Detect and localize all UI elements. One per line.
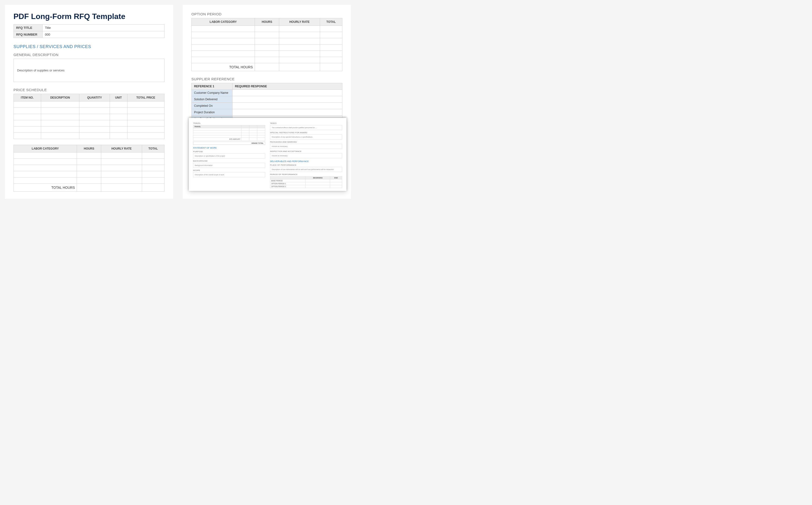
table-row[interactable] [192,57,343,63]
section-option-period: OPTION PERIOD [191,12,343,16]
labor-header-hours: HOURS [77,145,101,152]
period-header: PERIOD OF PERFORMANCE [270,173,342,176]
ref-row-value[interactable] [232,109,343,116]
sow-header: STATEMENT OF WORK [193,147,265,149]
labor-header-cat: LABOR CATEGORY [14,145,77,152]
ref-header-1: REFERENCE 1 [192,83,232,90]
general-desc-box[interactable]: Description of supplies or services [13,59,165,82]
inspection-header: INSPECTION AND ACCEPTANCE [270,150,342,152]
inspection-box: Include as necessary [270,153,342,158]
period-beginning: BEGINNING [306,176,330,179]
rfq-number-label: RFQ NUMBER [14,31,42,38]
price-header-total: TOTAL PRICE [127,94,165,102]
labor-header-rate: HOURLY RATE [101,145,142,152]
table-row [193,131,265,133]
overlay-preview: TRAVEL TRAVEL NTE AMOUNT GRAND TOTAL STA… [189,118,347,191]
table-row[interactable] [192,38,343,44]
table-row[interactable] [192,32,343,38]
ref-header-2: REQUIRED RESPONSE [232,83,343,90]
reference-table: REFERENCE 1 REQUIRED RESPONSE Customer C… [191,83,343,122]
special-header: SPECIAL INSTRUCTIONS FOR AWARD [270,132,342,134]
total-hours-label: TOTAL HOURS [192,63,255,71]
table-row[interactable] [14,171,165,177]
background-header: BACKGROUND [193,160,265,162]
table-row[interactable] [192,26,343,32]
ref-row-label: Completed On [192,103,232,109]
ref-row-label: Customer Company Name [192,90,232,96]
period-row: OPTION PERIOD 2 [270,185,306,188]
table-row[interactable] [14,127,165,133]
travel-table: TRAVEL NTE AMOUNT [193,125,265,141]
travel-header: TRAVEL [193,122,265,124]
tasks-box: The contractor/offeror shall provide qua… [270,125,342,130]
period-row: OPTION PERIOD 1 [270,182,306,185]
labor-header-hours: HOURS [255,18,279,26]
document-canvas: PDF Long-Form RFQ Template RFQ TITLE Tit… [5,5,807,199]
period-row: BASE PERIOD [270,179,306,182]
section-supplies: SUPPLIES / SERVICES AND PRICES [13,44,165,49]
tasks-header: TASKS [270,122,342,124]
table-row[interactable] [14,177,165,184]
packaging-header: PACKAGING AND MARKING [270,141,342,143]
rfq-title-value[interactable]: Title [42,24,165,31]
table-row[interactable] [14,114,165,120]
travel-col: TRAVEL [193,125,241,128]
total-hours-row: TOTAL HOURS [192,63,343,71]
place-header: PLACE OF PERFORMANCE [270,164,342,166]
place-box: Description of how deliverables will be … [270,167,342,172]
page-1: PDF Long-Form RFQ Template RFQ TITLE Tit… [5,5,173,199]
period-table: BEGINNING END BASE PERIOD OPTION PERIOD … [270,176,342,188]
ref-row-value[interactable] [232,96,343,103]
table-row[interactable] [192,44,343,51]
deliverables-header: DELIVERABLES AND PERFORMANCE [270,160,342,163]
ref-row-label: Project Duration [192,109,232,116]
special-box: Description of any special instructions … [270,134,342,140]
table-row[interactable] [192,51,343,57]
option-labor-table: LABOR CATEGORY HOURS HOURLY RATE TOTAL T… [191,18,343,71]
ref-row-value[interactable] [232,103,343,109]
price-header-desc: DESCRIPTION [41,94,79,102]
total-hours-row: TOTAL HOURS [14,184,165,192]
meta-table: RFQ TITLE Title RFQ NUMBER 000 [13,24,165,38]
price-header-item: ITEM NO. [14,94,41,102]
thumb-left: TRAVEL TRAVEL NTE AMOUNT GRAND TOTAL STA… [193,121,265,188]
price-header-unit: UNIT [110,94,127,102]
labor-table: LABOR CATEGORY HOURS HOURLY RATE TOTAL T… [13,145,165,192]
packaging-box: Include as necessary [270,144,342,149]
table-row[interactable] [14,159,165,165]
table-row[interactable] [14,108,165,114]
table-row[interactable] [14,133,165,139]
table-row[interactable] [14,102,165,108]
labor-header-total: TOTAL [320,18,342,26]
section-general-desc: GENERAL DESCRIPTION [13,53,165,57]
price-schedule-table: ITEM NO. DESCRIPTION QUANTITY UNIT TOTAL… [13,94,165,139]
section-supplier-ref: SUPPLIER REFERENCE [191,77,343,81]
rfq-title-label: RFQ TITLE [14,24,42,31]
labor-header-total: TOTAL [142,145,164,152]
purpose-header: PURPOSE [193,151,265,153]
table-row [193,135,265,138]
ref-row-value[interactable] [232,90,343,96]
total-hours-label: TOTAL HOURS [14,184,77,192]
table-row[interactable] [14,120,165,127]
table-row [193,128,265,131]
rfq-number-value[interactable]: 000 [42,31,165,38]
section-price-schedule: PRICE SCHEDULE [13,88,165,92]
doc-title: PDF Long-Form RFQ Template [13,12,165,21]
table-row[interactable] [14,165,165,171]
ref-row-label: Solution Delivered [192,96,232,103]
nte-amount: NTE AMOUNT [193,138,241,141]
purpose-box: Description or specification of the proj… [193,153,265,158]
scope-box: Description of the overall scope of work [193,172,265,177]
table-row [193,133,265,135]
labor-header-cat: LABOR CATEGORY [192,18,255,26]
grand-total: GRAND TOTAL [193,142,265,145]
period-end: END [330,176,342,179]
labor-header-rate: HOURLY RATE [279,18,320,26]
scope-header: SCOPE [193,169,265,171]
price-header-qty: QUANTITY [79,94,110,102]
table-row[interactable] [14,152,165,159]
thumb-right: TASKS The contractor/offeror shall provi… [270,121,342,188]
background-box: Background information [193,163,265,168]
